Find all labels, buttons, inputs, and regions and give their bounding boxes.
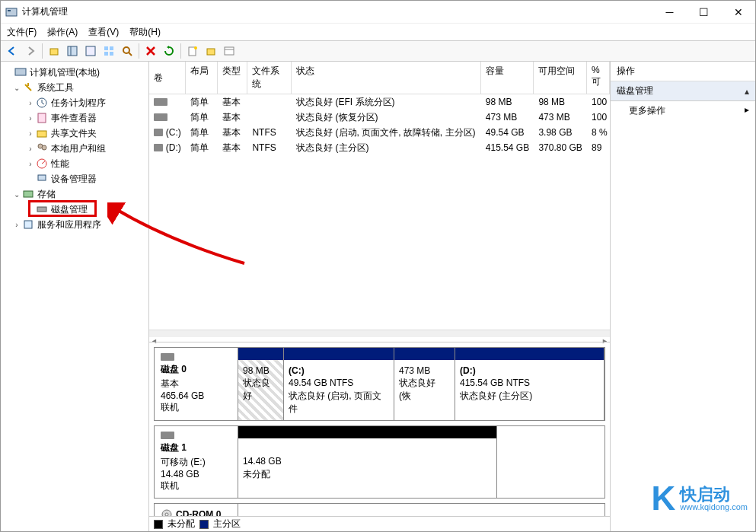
expand-icon[interactable]: ›	[25, 99, 36, 107]
expand-icon[interactable]: ›	[25, 129, 36, 138]
actions-more[interactable]: 更多操作 ▸	[611, 101, 755, 120]
svg-rect-0	[6, 8, 17, 16]
collapse-arrow-icon: ▴	[745, 86, 749, 97]
tree-task[interactable]: ›任务计划程序	[1, 95, 148, 110]
volume-row[interactable]: 简单基本状态良好 (EFI 系统分区)98 MB98 MB100	[149, 94, 610, 110]
graphical-view[interactable]: 磁盘 0 基本 465.64 GB 联机 98 MB 状态良好	[149, 342, 610, 517]
disk-icon	[161, 353, 174, 361]
col-free[interactable]: 可用空间	[534, 62, 587, 94]
folder-icon[interactable]	[203, 43, 219, 59]
svg-rect-5	[86, 46, 95, 56]
part-d[interactable]: (D:) 415.54 GB NTFS 状态良好 (主分区)	[455, 348, 604, 420]
tree-panel[interactable]: 计算机管理(本地) ⌄系统工具 ›任务计划程序 ›事件查看器 ›共享文件夹 ›本…	[1, 62, 149, 531]
svg-rect-25	[24, 191, 33, 197]
menu-file[interactable]: 文件(F)	[7, 26, 37, 39]
disk-icon	[161, 432, 174, 439]
tree-event[interactable]: ›事件查看器	[1, 110, 148, 126]
list-icon[interactable]	[221, 43, 238, 59]
part-efi[interactable]: 98 MB 状态良好	[238, 348, 284, 420]
col-volume[interactable]: 卷	[149, 62, 186, 94]
menu-action[interactable]: 操作(A)	[47, 26, 78, 39]
svg-line-11	[129, 53, 132, 56]
svg-rect-20	[37, 131, 46, 137]
actions-title: 操作	[611, 62, 755, 81]
up-button[interactable]	[46, 43, 62, 59]
back-button[interactable]	[4, 43, 21, 59]
disk0-block[interactable]: 磁盘 0 基本 465.64 GB 联机 98 MB 状态良好	[154, 347, 605, 421]
tree-root[interactable]: 计算机管理(本地)	[1, 65, 148, 80]
legend-unalloc-swatch	[154, 520, 163, 529]
svg-point-13	[194, 46, 197, 49]
legend-primary-swatch	[199, 520, 209, 529]
tree-perf[interactable]: ›性能	[1, 156, 148, 171]
svg-rect-9	[110, 52, 113, 56]
svg-rect-2	[50, 49, 58, 55]
clock-icon	[36, 97, 48, 109]
computer-icon	[14, 66, 27, 78]
collapse-icon[interactable]: ⌄	[11, 84, 22, 92]
tree-devmgr[interactable]: 设备管理器	[1, 171, 148, 186]
svg-rect-26	[37, 207, 46, 212]
device-icon	[36, 173, 48, 185]
menu-help[interactable]: 帮助(H)	[129, 26, 161, 39]
tree-diskmgmt[interactable]: 磁盘管理	[1, 202, 148, 217]
expand-icon[interactable]: ›	[25, 145, 36, 153]
tree-storage[interactable]: ⌄存储	[1, 186, 148, 202]
window-title: 计算机管理	[22, 5, 68, 18]
show-tree-icon[interactable]	[64, 43, 81, 59]
tree-services[interactable]: ›服务和应用程序	[1, 217, 148, 232]
tree-users[interactable]: ›本地用户和组	[1, 141, 148, 156]
expand-icon[interactable]: ›	[25, 160, 36, 168]
col-status[interactable]: 状态	[292, 62, 481, 94]
tree-systools[interactable]: ⌄系统工具	[1, 80, 148, 95]
menu-bar: 文件(F) 操作(A) 查看(V) 帮助(H)	[1, 24, 755, 40]
svg-rect-15	[225, 47, 234, 55]
svg-rect-27	[24, 221, 32, 228]
services-icon	[22, 218, 34, 231]
svg-rect-24	[38, 175, 46, 180]
svg-point-22	[42, 145, 46, 150]
volume-table[interactable]: 卷 布局 类型 文件系统 状态 容量 可用空间 % 可 简单基本状态良好 (EF…	[149, 62, 610, 155]
minimize-button[interactable]: ─	[652, 1, 687, 23]
disk1-block[interactable]: 磁盘 1 可移动 (E:) 14.48 GB 联机 14.48 GB 未分配	[154, 425, 605, 499]
properties-icon[interactable]	[82, 43, 99, 59]
cdrom-block[interactable]: CD-ROM 0 DVD (F:)	[154, 503, 605, 516]
actions-section[interactable]: 磁盘管理 ▴	[611, 81, 755, 101]
find-icon[interactable]	[119, 43, 136, 59]
forward-button[interactable]	[22, 43, 39, 59]
grid-icon[interactable]	[100, 43, 117, 59]
actions-panel: 操作 磁盘管理 ▴ 更多操作 ▸	[611, 62, 755, 531]
part-unalloc[interactable]: 14.48 GB 未分配	[238, 426, 497, 498]
cd-icon	[161, 508, 173, 516]
col-layout[interactable]: 布局	[186, 62, 218, 94]
new-icon[interactable]	[184, 43, 201, 59]
delete-icon[interactable]	[142, 43, 159, 59]
menu-view[interactable]: 查看(V)	[88, 26, 119, 39]
refresh-icon[interactable]	[161, 43, 177, 59]
col-fs[interactable]: 文件系统	[247, 62, 292, 94]
collapse-icon[interactable]: ⌄	[11, 190, 22, 199]
volume-row[interactable]: (C:)简单基本NTFS状态良好 (启动, 页面文件, 故障转储, 主分区)49…	[149, 125, 610, 140]
expand-icon[interactable]: ›	[11, 221, 22, 229]
volume-row[interactable]: (D:)简单基本NTFS状态良好 (主分区)415.54 GB370.80 GB…	[149, 140, 610, 155]
tools-icon	[22, 81, 34, 94]
part-c[interactable]: (C:) 49.54 GB NTFS 状态良好 (启动, 页面文件	[284, 348, 394, 420]
perf-icon	[36, 158, 48, 170]
expand-icon[interactable]: ›	[25, 114, 36, 123]
svg-rect-19	[38, 113, 46, 123]
maximize-button[interactable]: ☐	[687, 1, 721, 23]
toolbar	[1, 40, 755, 62]
volume-row[interactable]: 简单基本状态良好 (恢复分区)473 MB473 MB100	[149, 110, 610, 125]
svg-rect-17	[15, 68, 26, 75]
part-recovery[interactable]: 473 MB 状态良好 (恢	[394, 348, 455, 420]
main-panel: 卷 布局 类型 文件系统 状态 容量 可用空间 % 可 简单基本状态良好 (EF…	[149, 62, 611, 531]
shared-icon	[36, 127, 48, 139]
col-type[interactable]: 类型	[218, 62, 248, 94]
title-bar: 计算机管理 ─ ☐ ✕	[1, 1, 755, 24]
disk-icon	[36, 203, 48, 215]
tree-shared[interactable]: ›共享文件夹	[1, 126, 148, 141]
col-capacity[interactable]: 容量	[481, 62, 534, 94]
hscroll[interactable]	[149, 330, 610, 337]
col-pct[interactable]: % 可	[587, 62, 610, 94]
close-button[interactable]: ✕	[721, 1, 755, 23]
